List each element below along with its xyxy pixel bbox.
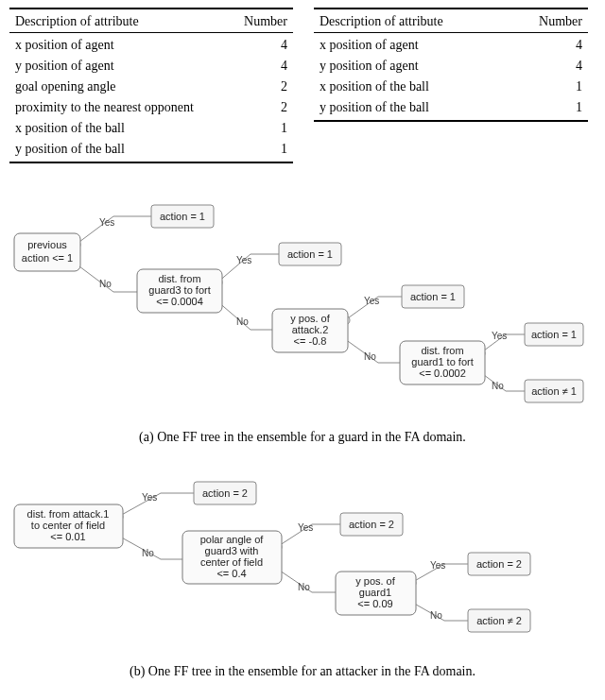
col-num: Number [509, 11, 588, 33]
tree-a-node-1: dist. from guard3 to fort <= 0.0004 [137, 269, 222, 313]
figure-a: Yes No Yes No Yes No Yes No previous act… [9, 188, 596, 445]
svg-text:dist. from: dist. from [421, 345, 463, 356]
tree-b-node-1: polar angle of guard3 with center of fie… [182, 531, 282, 584]
svg-text:No: No [298, 582, 310, 592]
tree-b-leaf-2no: action ≠ 2 [468, 609, 530, 632]
svg-text:Yes: Yes [364, 296, 379, 306]
table-row: x position of agent4 [9, 35, 293, 56]
svg-text:No: No [142, 548, 154, 558]
tree-a-leaf-3no: action ≠ 1 [525, 380, 583, 402]
svg-text:guard3 with: guard3 with [205, 545, 259, 556]
tree-a-leaf-0yes: action = 1 [151, 205, 214, 228]
svg-text:y pos. of: y pos. of [355, 575, 396, 587]
svg-text:action = 1: action = 1 [410, 291, 456, 302]
tree-b-svg: Yes No Yes No Yes No dist. from attack.1… [9, 470, 586, 658]
svg-text:action = 2: action = 2 [202, 487, 248, 499]
svg-text:dist. from: dist. from [158, 273, 200, 284]
tree-a-node-3: dist. from guard1 to fort <= 0.0002 [400, 341, 485, 384]
svg-text:No: No [430, 610, 442, 621]
tree-a-node-0: previous action <= 1 [14, 233, 80, 271]
table-header: Description of attribute Number [314, 11, 588, 33]
svg-text:Yes: Yes [492, 331, 507, 341]
tree-a-svg: Yes No Yes No Yes No Yes No previous act… [9, 188, 586, 424]
svg-text:No: No [99, 279, 112, 289]
svg-text:Yes: Yes [236, 255, 251, 265]
table-row: x position of the ball1 [314, 77, 588, 97]
tree-b-node-0: dist. from attack.1 to center of field <… [14, 504, 123, 548]
svg-text:Yes: Yes [142, 492, 157, 503]
svg-text:action = 2: action = 2 [476, 558, 522, 570]
table-row: y position of the ball1 [9, 139, 293, 160]
tables-row: Description of attribute Number x positi… [9, 8, 596, 163]
tree-a-leaf-3yes: action = 1 [525, 323, 583, 346]
table-row: y position of agent4 [314, 56, 588, 77]
figure-b: Yes No Yes No Yes No dist. from attack.1… [9, 470, 596, 679]
col-desc: Description of attribute [9, 11, 230, 33]
figure-b-caption: (b) One FF tree in the ensemble for an a… [9, 664, 596, 679]
table-row: y position of agent4 [9, 56, 293, 77]
svg-text:No: No [492, 381, 504, 391]
svg-text:action = 1: action = 1 [160, 211, 205, 222]
table-header: Description of attribute Number [9, 11, 293, 33]
svg-text:previous: previous [27, 239, 67, 250]
svg-text:Yes: Yes [298, 522, 313, 533]
svg-text:No: No [236, 316, 249, 327]
svg-text:Yes: Yes [430, 560, 445, 571]
svg-text:Yes: Yes [99, 217, 114, 228]
svg-text:action <= 1: action <= 1 [22, 252, 73, 264]
svg-text:action = 2: action = 2 [349, 519, 394, 530]
col-num: Number [230, 11, 293, 33]
svg-text:No: No [364, 351, 376, 362]
svg-text:guard1 to fort: guard1 to fort [411, 356, 473, 367]
figure-a-caption: (a) One FF tree in the ensemble for a gu… [9, 430, 596, 445]
svg-text:to center of field: to center of field [31, 520, 105, 531]
svg-text:attack.2: attack.2 [292, 324, 329, 335]
table-row: x position of the ball1 [9, 118, 293, 139]
tree-b-node-2: y pos. of guard1 <= 0.09 [336, 572, 416, 615]
tree-b-leaf-2yes: action = 2 [468, 553, 530, 575]
tree-b-leaf-0yes: action = 2 [194, 482, 256, 504]
svg-text:guard3 to fort: guard3 to fort [148, 284, 210, 296]
svg-text:action ≠ 2: action ≠ 2 [476, 615, 522, 626]
col-desc: Description of attribute [314, 11, 509, 33]
tree-a-leaf-1yes: action = 1 [279, 243, 341, 265]
table-row: y position of the ball1 [314, 97, 588, 118]
tree-a-node-2: y pos. of attack.2 <= -0.8 [272, 309, 348, 352]
svg-text:<= 0.09: <= 0.09 [357, 598, 392, 609]
svg-text:dist. from attack.1: dist. from attack.1 [27, 508, 110, 520]
tree-a-leaf-2yes: action = 1 [402, 285, 464, 308]
svg-text:<= -0.8: <= -0.8 [294, 335, 327, 347]
svg-text:action ≠ 1: action ≠ 1 [531, 385, 577, 397]
svg-text:<= 0.0004: <= 0.0004 [156, 296, 203, 307]
svg-text:polar angle of: polar angle of [200, 534, 265, 545]
table-row: proximity to the nearest opponent2 [9, 97, 293, 118]
svg-text:guard1: guard1 [359, 587, 391, 598]
svg-text:<= 0.4: <= 0.4 [216, 568, 246, 579]
svg-text:action = 1: action = 1 [287, 248, 333, 260]
svg-text:action = 1: action = 1 [531, 329, 577, 340]
svg-text:y pos. of: y pos. of [290, 313, 331, 324]
table-row: goal opening angle2 [9, 77, 293, 97]
svg-text:<= 0.0002: <= 0.0002 [419, 367, 466, 379]
attribute-table-right: Description of attribute Number x positi… [314, 8, 588, 122]
attribute-table-left: Description of attribute Number x positi… [9, 8, 293, 163]
table-row: x position of agent4 [314, 35, 588, 56]
svg-text:center of field: center of field [200, 556, 263, 568]
tree-b-leaf-1yes: action = 2 [340, 513, 403, 536]
svg-text:<= 0.01: <= 0.01 [50, 531, 85, 542]
